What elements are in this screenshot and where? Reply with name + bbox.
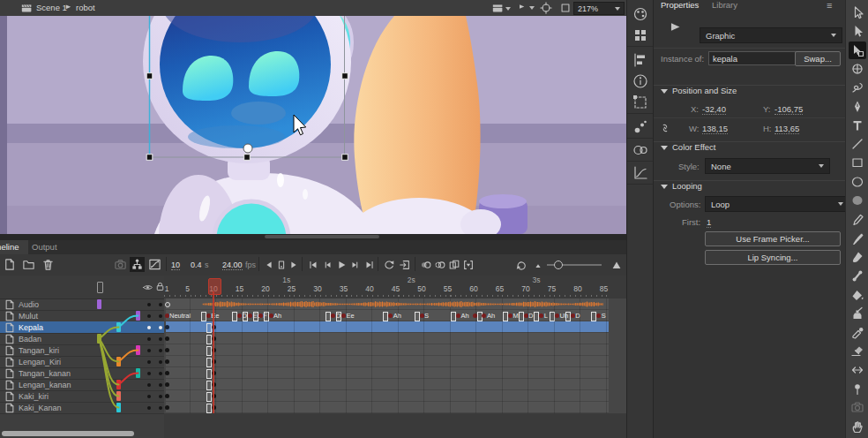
layer-color-swatch[interactable]: [136, 345, 140, 355]
layer-visibility-toggle[interactable]: [147, 395, 151, 398]
eraser-tool[interactable]: [849, 342, 866, 359]
parenting-view-toggle[interactable]: [130, 257, 145, 272]
frames-row-Tangan_kiri[interactable]: [164, 344, 626, 357]
layer-color-swatch[interactable]: [116, 322, 121, 332]
layer-visibility-toggle[interactable]: [147, 360, 151, 364]
layer-row-Lengan_kanan[interactable]: Lengan_kanan: [0, 379, 164, 391]
line-tool[interactable]: [849, 135, 866, 153]
graph-editor-toggle[interactable]: [147, 257, 162, 272]
y-value[interactable]: -106,75: [774, 104, 803, 115]
layer-row-Tangan_kanan[interactable]: Tangan_kanan: [0, 367, 164, 380]
loop-playback-button[interactable]: [381, 257, 396, 272]
layer-visibility-toggle[interactable]: [147, 337, 151, 341]
eyedropper-tool[interactable]: [849, 323, 866, 341]
step-forward-button[interactable]: [348, 257, 363, 272]
layer-row-Badan[interactable]: Badan: [0, 333, 164, 345]
layer-lock-toggle[interactable]: [159, 383, 162, 387]
modify-markers-button[interactable]: [460, 257, 475, 272]
timeline-zoom-in-button[interactable]: [609, 257, 624, 272]
frames-row-Lengan_kanan[interactable]: [164, 379, 626, 391]
width-tool[interactable]: [849, 361, 866, 379]
layer-lock-toggle[interactable]: [159, 326, 162, 329]
frame-rate-value[interactable]: 24.00: [222, 261, 243, 270]
delete-layer-button[interactable]: [41, 257, 56, 272]
edit-scene-button[interactable]: [492, 3, 511, 14]
first-frame-value[interactable]: 1: [707, 217, 711, 228]
w-value[interactable]: 138,15: [702, 124, 728, 134]
layer-color-swatch[interactable]: [136, 311, 140, 321]
panel-menu-icon[interactable]: ≡: [827, 0, 832, 11]
x-value[interactable]: -32,40: [702, 104, 726, 115]
classic-brush-tool[interactable]: [849, 248, 866, 266]
clip-content-button[interactable]: [559, 2, 572, 14]
tab-properties[interactable]: Properties: [661, 0, 699, 10]
layer-visibility-toggle[interactable]: [147, 406, 151, 410]
layer-lock-toggle[interactable]: [159, 360, 162, 364]
transform-panel-icon[interactable]: [632, 94, 649, 111]
loop-options-select[interactable]: Loop: [705, 196, 849, 212]
layer-lock-toggle[interactable]: [159, 314, 162, 318]
layer-row-Audio[interactable]: Audio: [0, 298, 164, 311]
hand-tool[interactable]: [849, 418, 866, 435]
section-looping[interactable]: Looping: [654, 180, 846, 193]
paint-brush-tool[interactable]: [849, 230, 866, 247]
layer-row-Tangan_kiri[interactable]: Tangan_kiri: [0, 344, 164, 357]
onion-skin-outlines-button[interactable]: [432, 257, 447, 272]
layer-row-Mulut[interactable]: Mulut: [0, 310, 164, 322]
center-frame-button[interactable]: [540, 2, 552, 14]
layer-lock-toggle[interactable]: [159, 372, 162, 375]
layer-color-swatch[interactable]: [97, 299, 101, 309]
stage-canvas[interactable]: [0, 16, 626, 234]
rectangle-tool[interactable]: [849, 154, 866, 171]
frames-row-Kepala[interactable]: [164, 321, 626, 334]
layer-lock-toggle[interactable]: [159, 303, 162, 306]
h-value[interactable]: 113,65: [774, 124, 799, 134]
eye-icon[interactable]: [142, 282, 153, 293]
layer-visibility-toggle[interactable]: [147, 314, 151, 318]
layer-row-Lengan_Kiri[interactable]: Lengan_Kiri: [0, 356, 164, 368]
loop-range-forward-button[interactable]: [286, 257, 301, 272]
edit-multiple-frames-button[interactable]: [446, 257, 461, 272]
layer-visibility-toggle[interactable]: [147, 383, 151, 387]
layer-lock-toggle[interactable]: [159, 337, 162, 341]
bone-tool[interactable]: [849, 267, 866, 284]
selection-tool[interactable]: [849, 4, 866, 21]
timeline-zoom-reset-button[interactable]: [513, 257, 528, 272]
frames-row-Lengan_Kiri[interactable]: [164, 356, 626, 368]
layer-visibility-toggle[interactable]: [147, 372, 151, 375]
layer-color-swatch[interactable]: [116, 391, 121, 401]
gradient-transform-tool[interactable]: [849, 60, 866, 78]
play-button[interactable]: [333, 257, 348, 272]
link-width-height-icon[interactable]: [659, 122, 671, 134]
oval-tool[interactable]: [849, 173, 866, 191]
current-frame-value[interactable]: 10: [171, 261, 180, 270]
layer-row-Kaki_Kanan[interactable]: Kaki_Kanan: [0, 402, 164, 414]
info-panel-icon[interactable]: [632, 72, 649, 90]
step-back-button[interactable]: [319, 257, 334, 272]
motion-graph-panel-icon[interactable]: [632, 164, 649, 182]
layer-color-swatch[interactable]: [97, 334, 101, 344]
use-frame-picker-button[interactable]: Use Frame Picker...: [705, 231, 841, 246]
timeline-zoom-slider-knob[interactable]: [554, 261, 563, 269]
pen-tool[interactable]: [849, 98, 866, 116]
camera-tool[interactable]: [849, 398, 866, 416]
add-camera-button[interactable]: [113, 257, 128, 272]
playhead-marker[interactable]: [208, 278, 221, 295]
onion-skin-button[interactable]: [418, 257, 433, 272]
layer-row-Kaki_kiri[interactable]: Kaki_kiri: [0, 390, 164, 403]
layer-color-swatch[interactable]: [136, 368, 140, 378]
paint-bucket-tool[interactable]: [849, 286, 866, 304]
section-color-effect[interactable]: Color Effect: [654, 141, 846, 155]
symbol-type-select[interactable]: Graphic: [700, 27, 842, 43]
swatches-panel-icon[interactable]: [632, 26, 649, 44]
new-layer-button[interactable]: [2, 257, 17, 272]
stage-zoom-select[interactable]: 217%: [573, 2, 625, 15]
snap-panel-icon[interactable]: [632, 118, 649, 136]
layer-color-swatch[interactable]: [116, 403, 121, 412]
timeline-zoom-out-button[interactable]: [530, 257, 545, 272]
layer-visibility-toggle[interactable]: [147, 303, 151, 306]
frames-row-Kaki_kiri[interactable]: [164, 390, 626, 403]
frames-row-Badan[interactable]: [164, 333, 626, 345]
timeline-ruler[interactable]: 15101520253035404550556065707580851s2s3s: [164, 276, 626, 299]
breadcrumb-scene[interactable]: Scene 1: [36, 3, 67, 12]
